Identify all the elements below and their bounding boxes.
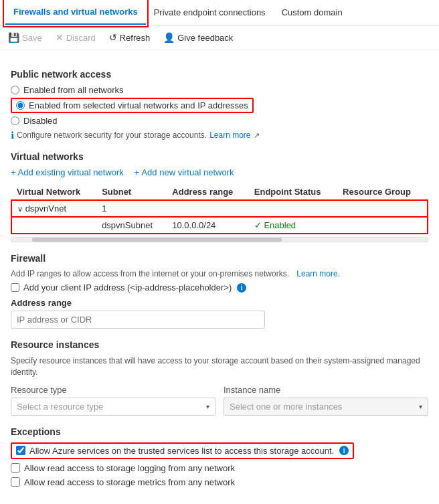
- resource-type-label: Resource type: [11, 385, 215, 395]
- logging-checkbox[interactable]: [11, 463, 20, 473]
- address-range-input[interactable]: [11, 311, 265, 329]
- vnet-table-header: Virtual Network Subnet Address range End…: [11, 184, 428, 200]
- discard-icon: ✕: [56, 32, 64, 43]
- refresh-button[interactable]: ↺ Refresh: [106, 31, 153, 44]
- exception-item-metrics: Allow read access to storage metrics fro…: [11, 477, 428, 487]
- metrics-checkbox[interactable]: [11, 477, 20, 487]
- col-address: Address range: [167, 184, 248, 200]
- tab-private-endpoints[interactable]: Private endpoint connections: [146, 1, 274, 24]
- chevron-down-icon: ▾: [206, 403, 209, 410]
- main-content: Public network access Enabled from all n…: [0, 50, 439, 499]
- resource-type-col: Resource type Select a resource type ▾: [11, 385, 215, 416]
- plus-icon-new: +: [135, 167, 140, 177]
- collapse-icon[interactable]: ∨: [17, 205, 23, 213]
- info-icon: ℹ: [11, 130, 14, 141]
- instance-name-dropdown[interactable]: Select one or more instances ▾: [224, 398, 428, 416]
- discard-button[interactable]: ✕ Discard: [53, 31, 98, 44]
- feedback-button[interactable]: 👤 Give feedback: [161, 31, 236, 44]
- vnet-table: Virtual Network Subnet Address range End…: [11, 184, 428, 234]
- table-row[interactable]: dspvnSubnet 10.0.0.0/24 ✓ Enabled: [11, 217, 428, 234]
- resource-row: Resource type Select a resource type ▾ I…: [11, 385, 428, 416]
- firewall-section: Firewall Add IP ranges to allow access f…: [11, 253, 428, 329]
- external-link-icon: ↗: [254, 131, 260, 140]
- virtual-networks-title: Virtual networks: [11, 151, 428, 162]
- col-subnet: Subnet: [96, 184, 167, 200]
- vnet-actions: + Add existing virtual network + Add new…: [11, 167, 428, 177]
- learn-more-link[interactable]: Learn more: [209, 131, 250, 140]
- col-endpoint: Endpoint Status: [249, 184, 337, 200]
- radio-selected-networks[interactable]: Enabled from selected virtual networks a…: [11, 98, 428, 113]
- vnet-rg: [337, 200, 428, 217]
- trusted-checkbox[interactable]: [16, 446, 25, 455]
- tab-bar: Firewalls and virtual networks Private e…: [0, 0, 439, 25]
- vnet-child-subnet: dspvnSubnet: [96, 217, 167, 234]
- feedback-icon: 👤: [163, 32, 175, 43]
- exceptions-section: Exceptions Allow Azure services on the t…: [11, 426, 428, 487]
- resource-type-placeholder: Select a resource type: [17, 402, 103, 412]
- client-ip-checkbox-item: Add your client IP address (<ip-address-…: [11, 282, 428, 292]
- table-row[interactable]: ∨ dspvnVnet 1: [11, 200, 428, 217]
- vnet-address: [167, 200, 248, 217]
- plus-icon: +: [11, 167, 16, 177]
- toolbar: 💾 Save ✕ Discard ↺ Refresh 👤 Give feedba…: [0, 25, 439, 50]
- add-new-vnet-link[interactable]: + Add new virtual network: [135, 167, 234, 177]
- vnet-child-endpoint: ✓ Enabled: [249, 217, 337, 234]
- radio-all-networks[interactable]: Enabled from all networks: [11, 85, 428, 95]
- virtual-networks-section: Virtual networks + Add existing virtual …: [11, 151, 428, 242]
- scrollbar-thumb[interactable]: [32, 238, 282, 242]
- vnet-endpoint: [249, 200, 337, 217]
- check-icon: ✓: [254, 220, 262, 230]
- firewall-learn-more[interactable]: Learn more.: [296, 269, 340, 278]
- tab-custom-domain[interactable]: Custom domain: [274, 1, 351, 24]
- resource-type-dropdown[interactable]: Select a resource type ▾: [11, 398, 215, 416]
- exceptions-title: Exceptions: [11, 426, 428, 437]
- resource-instances-title: Resource instances: [11, 339, 428, 350]
- tab-firewalls[interactable]: Firewalls and virtual networks: [5, 0, 146, 25]
- firewall-title: Firewall: [11, 253, 428, 264]
- vnet-child-name: [11, 217, 96, 234]
- client-ip-checkbox[interactable]: [11, 283, 19, 292]
- save-icon: 💾: [8, 32, 19, 43]
- instance-name-label: Instance name: [224, 385, 428, 395]
- resource-instances-desc: Specify resource instances that will hav…: [11, 355, 428, 378]
- radio-disabled[interactable]: Disabled: [11, 116, 428, 126]
- exception-item-logging: Allow read access to storage logging fro…: [11, 463, 428, 473]
- chevron-down-icon-2: ▾: [419, 403, 422, 410]
- horizontal-scrollbar[interactable]: [11, 237, 428, 242]
- client-ip-info-icon[interactable]: i: [237, 283, 246, 292]
- save-button[interactable]: 💾 Save: [5, 31, 45, 44]
- vnet-subnet-count: 1: [96, 200, 167, 217]
- trusted-info-icon[interactable]: i: [339, 446, 349, 455]
- firewall-desc: Add IP ranges to allow access from the i…: [11, 269, 428, 278]
- instance-name-placeholder: Select one or more instances: [230, 402, 342, 412]
- vnet-child-address: 10.0.0.0/24: [167, 217, 248, 234]
- public-network-title: Public network access: [11, 69, 428, 80]
- instance-name-col: Instance name Select one or more instanc…: [224, 385, 428, 416]
- resource-instances-section: Resource instances Specify resource inst…: [11, 339, 428, 416]
- refresh-icon: ↺: [109, 32, 117, 43]
- col-vnet: Virtual Network: [11, 184, 96, 200]
- col-rg: Resource Group: [337, 184, 428, 200]
- vnet-name: ∨ dspvnVnet: [11, 200, 96, 217]
- exception-item-trusted: Allow Azure services on the trusted serv…: [11, 442, 428, 459]
- add-existing-vnet-link[interactable]: + Add existing virtual network: [11, 167, 124, 177]
- network-info-row: ℹ Configure network security for your st…: [11, 130, 428, 141]
- vnet-child-rg: [337, 217, 428, 234]
- public-network-section: Public network access Enabled from all n…: [11, 69, 428, 141]
- address-range-label: Address range: [11, 298, 428, 308]
